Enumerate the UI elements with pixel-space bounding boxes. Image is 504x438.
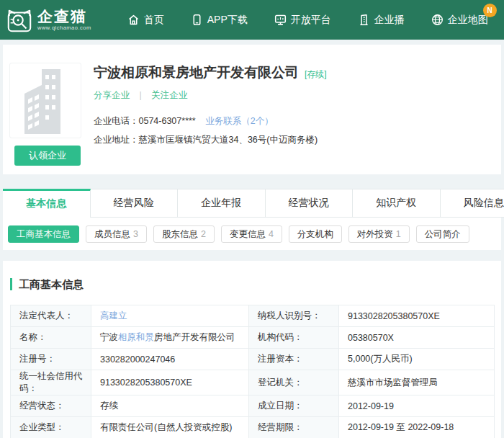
site-logo[interactable]: 企查猫 www.qichamao.com	[6, 6, 91, 34]
shareholders-count: 2	[201, 229, 206, 239]
follow-company-link[interactable]: 关注企业	[151, 90, 187, 100]
subtab-shareholders[interactable]: 股东信息2	[153, 225, 215, 243]
label-taxpayer-id: 纳税人识别号：	[249, 305, 339, 327]
subtab-business-basic-info[interactable]: 工商基本信息	[8, 225, 79, 243]
nav-item-app-download[interactable]: APP下载	[191, 14, 248, 27]
table-row: 经营状态： 存续 成立日期： 2012-09-19	[11, 395, 495, 417]
label-company-type: 企业类型：	[11, 417, 91, 438]
registration-authority-value: 慈溪市市场监督管理局	[339, 370, 495, 395]
logo-name: 企查猫	[37, 9, 91, 24]
status-badge: [存续]	[305, 68, 327, 81]
company-header-card: 认领企业 宁波相原和景房地产开发有限公司 [存续] 分享企业 | 关注企业 企业…	[3, 45, 501, 174]
phone-label: 企业电话：	[94, 116, 139, 126]
nav-label-app-download: APP下载	[207, 14, 248, 27]
globe-icon	[431, 14, 448, 26]
label-unified-credit-code: 统一社会信用代码：	[11, 370, 91, 395]
nav-item-qiyebo[interactable]: 企业播	[358, 14, 405, 27]
tab-operating-status[interactable]: 经营状况	[266, 189, 354, 218]
company-name-value: 宁波相原和景房地产开发有限公司	[91, 327, 249, 349]
tab-basic-info[interactable]: 基本信息	[3, 189, 91, 218]
label-org-code: 机构代码：	[249, 327, 339, 349]
table-row: 企业类型： 有限责任公司(自然人投资或控股) 经营期限： 2012-09-19 …	[11, 417, 495, 438]
section-title: 工商基本信息	[10, 278, 501, 290]
subtab-changes[interactable]: 变更信息4	[221, 225, 282, 243]
tab-operating-risk[interactable]: 经营风险	[91, 189, 179, 218]
label-registration-number: 注册号：	[11, 349, 91, 370]
table-row: 统一社会信用代码： 9133028205380570XE 登记机关： 慈溪市市场…	[11, 370, 495, 395]
highlighted-keyword: 相原和景	[118, 332, 154, 342]
main-tab-bar: 基本信息 经营风险 企业年报 经营状况 知识产权 风险信息	[3, 189, 501, 218]
company-type-value: 有限责任公司(自然人投资或控股)	[91, 417, 249, 438]
nav-label-home: 首页	[144, 14, 164, 27]
subtab-company-profile[interactable]: 公司简介	[416, 225, 469, 243]
unified-credit-code-value: 9133028205380570XE	[91, 370, 249, 395]
phone-value: 0574-6307****	[139, 116, 196, 126]
business-info-section: 工商基本信息 法定代表人： 高建立 纳税人识别号： 91330282053805…	[3, 261, 501, 438]
operating-period-value: 2012-09-19 至 2022-09-18	[339, 417, 495, 438]
business-info-table: 法定代表人： 高建立 纳税人识别号： 9133028205380570XE 名称…	[10, 305, 495, 438]
subtab-outbound-investment[interactable]: 对外投资1	[348, 225, 410, 243]
link-separator: |	[139, 90, 141, 100]
org-code-value: 05380570X	[339, 327, 495, 349]
tab-intellectual-property[interactable]: 知识产权	[353, 189, 441, 218]
address-label: 企业地址：	[94, 135, 139, 145]
address-value: 慈溪市匡堰镇汽贸大道34、36号(中迈商务楼)	[139, 135, 318, 145]
members-count: 3	[133, 229, 138, 239]
label-registration-authority: 登记机关：	[249, 370, 339, 395]
tab-annual-report[interactable]: 企业年报	[178, 189, 266, 218]
cat-logo-icon	[6, 6, 33, 34]
logo-url: www.qichamao.com	[37, 24, 91, 31]
label-legal-representative: 法定代表人：	[11, 305, 91, 327]
nav-label-company-map: 企业地图	[448, 14, 488, 27]
home-icon	[127, 14, 144, 26]
label-company-name: 名称：	[11, 327, 91, 349]
legal-representative-link[interactable]: 高建立	[100, 310, 127, 321]
company-name: 宁波相原和景房地产开发有限公司	[94, 63, 299, 82]
new-badge: N	[483, 4, 497, 17]
nav-item-company-map[interactable]: 企业地图 N	[431, 14, 488, 27]
company-building-image	[9, 63, 81, 138]
taxpayer-id-value: 9133028205380570XE	[339, 305, 495, 327]
establishment-date-value: 2012-09-19	[339, 395, 495, 417]
monitor-icon	[274, 14, 291, 26]
phone-icon	[191, 14, 207, 26]
label-operating-period: 经营期限：	[249, 417, 339, 438]
label-establishment-date: 成立日期：	[249, 395, 339, 417]
table-row: 法定代表人： 高建立 纳税人识别号： 9133028205380570XE	[11, 305, 495, 327]
nav-label-qiyebo: 企业播	[374, 14, 405, 27]
table-row: 注册号： 330282000247046 注册资本： 5,000(万人民币)	[11, 349, 495, 370]
registration-number-value: 330282000247046	[91, 349, 249, 370]
subtab-branches[interactable]: 分支机构	[289, 225, 342, 243]
registered-capital-value: 5,000(万人民币)	[339, 349, 495, 370]
nav-item-home[interactable]: 首页	[127, 14, 164, 27]
label-operating-status: 经营状态：	[11, 395, 91, 417]
changes-count: 4	[269, 229, 274, 239]
nav-label-open-platform: 开放平台	[291, 14, 331, 27]
investment-count: 1	[396, 229, 401, 239]
building-icon	[358, 14, 374, 26]
label-registered-capital: 注册资本：	[249, 349, 339, 370]
table-row: 名称： 宁波相原和景房地产开发有限公司 机构代码： 05380570X	[11, 327, 495, 349]
top-navbar: 企查猫 www.qichamao.com 首页	[0, 0, 504, 40]
operating-status-value: 存续	[91, 395, 249, 417]
nav-item-open-platform[interactable]: 开放平台	[274, 14, 331, 27]
business-contact-link[interactable]: 业务联系（2个）	[205, 116, 273, 126]
sub-tab-bar: 工商基本信息 成员信息3 股东信息2 变更信息4 分支机构 对外投资1 公司简介	[3, 218, 501, 250]
page: 企查猫 www.qichamao.com 首页	[0, 0, 504, 438]
nav-menu: 首页 APP下载 开放	[127, 14, 504, 27]
share-company-link[interactable]: 分享企业	[94, 90, 130, 100]
tab-risk-info[interactable]: 风险信息	[441, 189, 504, 218]
claim-company-button[interactable]: 认领企业	[14, 146, 81, 166]
subtab-members[interactable]: 成员信息3	[86, 225, 147, 243]
